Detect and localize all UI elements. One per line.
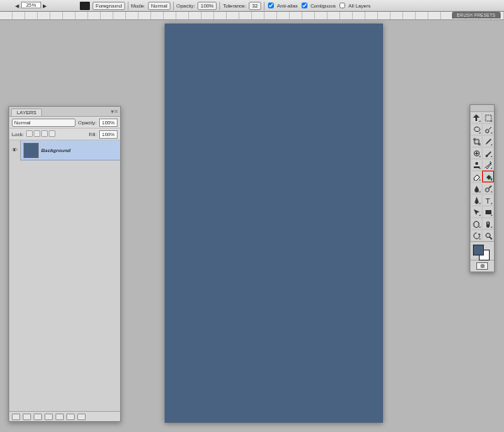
layers-tabbar: LAYERS ▾≡ [9,107,120,117]
paint-bucket-icon [80,2,90,10]
anti-alias-label: Anti-alias [277,3,298,8]
contiguous-checkbox[interactable] [302,3,307,8]
blend-mode-select[interactable]: Normal [12,119,76,127]
adjustment-layer-button[interactable] [45,414,53,420]
quick-mask-toggle[interactable] [470,260,494,271]
fill-source-select[interactable]: Foreground [92,2,125,10]
layers-footer [9,411,120,421]
contiguous-label: Contiguous [311,3,336,8]
blur-tool[interactable] [470,182,482,194]
link-layers-button[interactable] [12,414,20,420]
visibility-toggle[interactable] [9,140,21,161]
foreground-color-swatch[interactable] [473,245,484,256]
layer-mask-button[interactable] [34,414,42,420]
svg-point-7 [486,233,490,237]
rotate-view-tool[interactable] [470,229,482,241]
zoom-next-icon[interactable]: ▶ [43,3,47,8]
layer-name[interactable]: Background [41,148,71,153]
pen-tool[interactable] [470,194,482,206]
zoom-control: ◀ 25% ▶ [15,2,47,8]
layers-tab[interactable]: LAYERS [11,108,42,116]
crop-tool[interactable] [470,135,482,147]
delete-layer-button[interactable] [77,414,86,420]
mode-select[interactable]: Normal [148,2,171,10]
layer-item[interactable]: Background [9,140,120,161]
eraser-tool[interactable] [470,171,482,182]
shape-tool[interactable] [482,206,494,218]
paint-bucket-tool[interactable] [482,171,494,182]
fill-field[interactable]: 100% [99,130,118,139]
toolbox-grip[interactable] [470,105,494,112]
all-layers-label: All Layers [349,3,370,8]
layer-list: Background [9,140,120,411]
opacity-field[interactable]: 100% [197,2,217,10]
clone-stamp-tool[interactable] [470,159,482,171]
document-canvas[interactable] [165,24,383,423]
all-layers-checkbox[interactable] [339,3,345,8]
svg-point-1 [486,129,489,133]
color-swatch[interactable] [470,241,494,260]
layers-panel: LAYERS ▾≡ Normal Opacity: 100% Lock: Fil… [8,106,121,422]
zoom-field[interactable]: 25% [21,2,41,8]
move-tool[interactable] [470,112,482,124]
lock-label: Lock: [12,132,24,137]
svg-text:T: T [486,197,491,204]
layer-thumbnail [24,143,39,158]
layers-blend-row: Normal Opacity: 100% [9,117,120,129]
svg-point-4 [485,187,488,191]
mode-label: Mode: [131,3,145,8]
svg-rect-6 [486,210,491,214]
opacity-label: Opacity: [176,3,195,8]
fill-label: Fill: [89,132,97,137]
brush-presets-tab[interactable]: BRUSH PRESETS [452,12,501,18]
tolerance-label: Tolerance: [223,3,246,8]
layers-lock-row: Lock: Fill: 100% [9,129,120,140]
layers-opacity-field[interactable]: 100% [99,119,118,127]
toolbox: T [470,104,495,272]
3d-tool[interactable] [470,218,482,229]
layer-group-button[interactable] [55,414,64,420]
path-select-tool[interactable] [470,206,482,218]
options-bar: ◀ 25% ▶ Foreground Mode: Normal Opacity:… [0,0,504,12]
zoom-tool[interactable] [482,229,494,241]
panel-menu-icon[interactable]: ▾≡ [111,108,118,115]
eyedropper-tool[interactable] [482,135,494,147]
marquee-tool[interactable] [482,112,494,124]
layers-opacity-label: Opacity: [78,120,97,125]
lock-buttons[interactable] [26,130,56,138]
hand-tool[interactable] [482,218,494,229]
tolerance-field[interactable]: 32 [249,2,261,10]
history-brush-tool[interactable] [482,159,494,171]
lasso-tool[interactable] [470,124,482,135]
horizontal-ruler [0,12,504,20]
quick-select-tool[interactable] [482,124,494,135]
new-layer-button[interactable] [66,414,75,420]
brush-tool[interactable] [482,147,494,159]
layer-style-button[interactable] [23,414,31,420]
healing-brush-tool[interactable] [470,147,482,159]
zoom-prev-icon[interactable]: ◀ [15,3,19,8]
anti-alias-checkbox[interactable] [268,3,274,8]
type-tool[interactable]: T [482,194,494,206]
dodge-tool[interactable] [482,182,494,194]
